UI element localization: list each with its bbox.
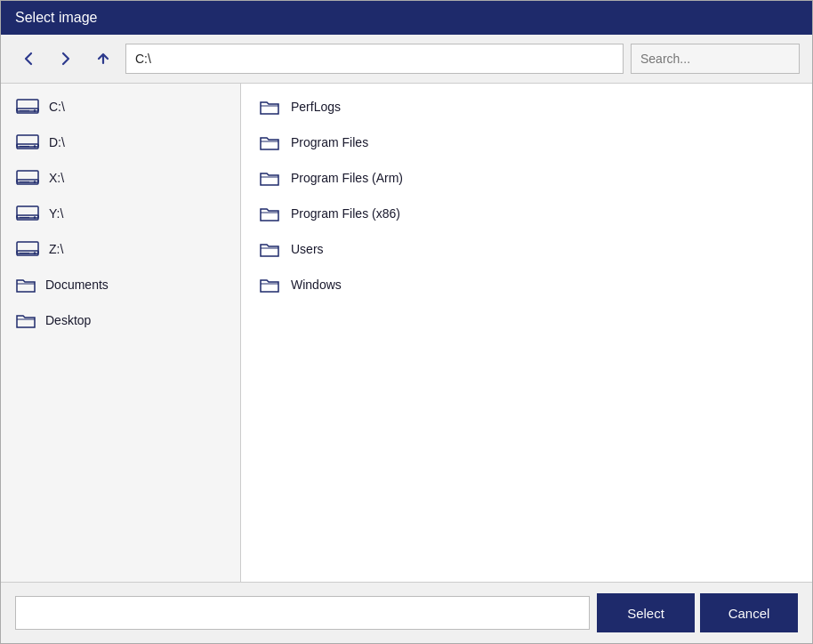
folder-icon [259, 275, 280, 294]
file-item-users[interactable]: Users [241, 231, 812, 267]
up-button[interactable] [88, 45, 118, 72]
svg-rect-12 [17, 206, 38, 218]
footer: Select Cancel [1, 583, 812, 643]
file-label: Windows [291, 278, 342, 292]
file-label: Program Files [291, 135, 368, 149]
folder-icon [259, 204, 280, 223]
folder-icon [259, 133, 280, 152]
svg-rect-4 [17, 135, 38, 147]
drive-icon [15, 204, 40, 223]
sidebar-item-z-drive[interactable]: Z:\ [1, 231, 240, 267]
sidebar-item-desktop[interactable]: Desktop [1, 302, 240, 338]
sidebar-item-d-drive[interactable]: D:\ [1, 125, 240, 160]
drive-icon [15, 133, 40, 152]
folder-icon [259, 168, 280, 188]
cancel-button[interactable]: Cancel [700, 593, 798, 632]
file-item-program-files-arm[interactable]: Program Files (Arm) [241, 160, 812, 196]
svg-rect-8 [17, 171, 38, 182]
svg-point-10 [34, 181, 36, 182]
file-pane: PerfLogs Program Files Program Files (Ar… [241, 84, 812, 582]
folder-icon [15, 310, 36, 330]
dialog-title: Select image [15, 10, 98, 25]
back-button[interactable] [13, 45, 44, 72]
sidebar-label: Documents [45, 278, 109, 292]
folder-icon [259, 97, 280, 117]
sidebar-label: Z:\ [49, 242, 63, 256]
title-bar: Select image [1, 1, 812, 35]
search-input[interactable] [631, 44, 800, 74]
path-input[interactable] [125, 44, 624, 74]
file-label: Program Files (x86) [291, 206, 400, 221]
content-area: C:\ D:\ X:\ [1, 84, 812, 583]
file-label: Users [291, 242, 324, 256]
sidebar-item-documents[interactable]: Documents [1, 267, 240, 302]
filename-input[interactable] [15, 596, 590, 630]
forward-icon [56, 49, 76, 68]
svg-rect-16 [17, 242, 38, 254]
sidebar-item-c-drive[interactable]: C:\ [1, 89, 240, 125]
folder-icon [259, 239, 280, 259]
folder-icon [15, 275, 36, 294]
file-item-perflogs[interactable]: PerfLogs [241, 89, 812, 125]
sidebar-label: C:\ [49, 100, 65, 114]
file-item-program-files[interactable]: Program Files [241, 125, 812, 160]
svg-point-14 [34, 216, 36, 218]
select-button[interactable]: Select [597, 593, 695, 632]
up-icon [93, 49, 113, 68]
svg-point-18 [34, 252, 36, 254]
forward-button[interactable] [51, 45, 81, 72]
sidebar-item-x-drive[interactable]: X:\ [1, 160, 240, 196]
drive-icon [15, 97, 40, 117]
file-label: PerfLogs [291, 100, 341, 114]
file-item-program-files-x86[interactable]: Program Files (x86) [241, 196, 812, 231]
svg-rect-0 [17, 100, 38, 111]
sidebar-label: D:\ [49, 135, 65, 149]
sidebar-label: X:\ [49, 171, 64, 185]
sidebar: C:\ D:\ X:\ [1, 84, 241, 582]
file-dialog: Select image [0, 0, 813, 644]
toolbar [1, 35, 812, 84]
sidebar-label: Y:\ [49, 206, 63, 221]
drive-icon [15, 168, 40, 188]
svg-point-2 [34, 109, 36, 111]
file-item-windows[interactable]: Windows [241, 267, 812, 302]
sidebar-item-y-drive[interactable]: Y:\ [1, 196, 240, 231]
drive-icon [15, 239, 40, 259]
file-label: Program Files (Arm) [291, 171, 403, 185]
back-icon [19, 49, 38, 68]
sidebar-label: Desktop [45, 313, 91, 327]
svg-point-6 [34, 145, 36, 147]
